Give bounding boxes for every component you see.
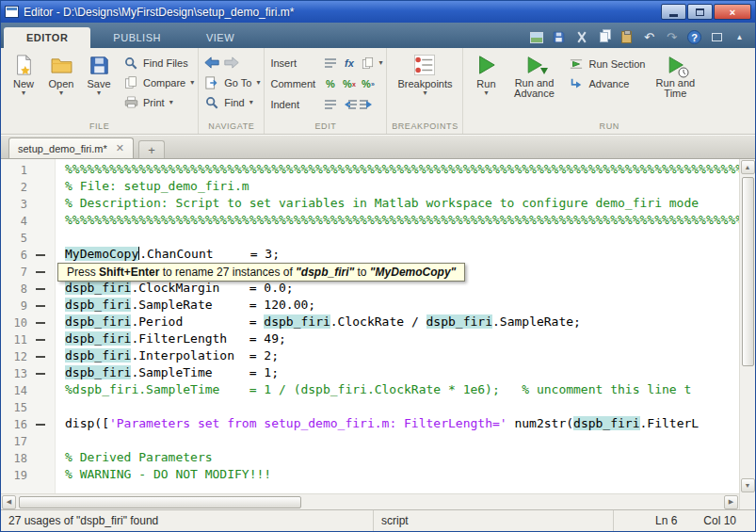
close-tab-icon[interactable]: ✕ [116, 142, 124, 154]
scroll-up-arrow[interactable]: ▲ [741, 160, 755, 174]
find-button[interactable]: Find ▾ [204, 92, 260, 112]
breakpoint-dash-marker[interactable] [36, 305, 45, 307]
indent-right-button[interactable] [360, 98, 376, 112]
save-button[interactable]: Save ▾ [80, 50, 118, 97]
breakpoints-button[interactable]: Breakpoints ▾ [394, 50, 456, 97]
print-button[interactable]: Print ▾ [123, 92, 194, 112]
collapse-toolstrip-icon[interactable]: ▲ [732, 30, 747, 44]
breakpoint-dash-marker[interactable] [36, 373, 45, 375]
code-line[interactable]: dspb_firi.Interpolation = 2; [65, 348, 739, 365]
insert-function-button[interactable]: fx [341, 56, 357, 71]
paste-icon[interactable] [619, 30, 634, 44]
help-icon[interactable]: ? [687, 30, 701, 44]
code-line[interactable]: %%%%%%%%%%%%%%%%%%%%%%%%%%%%%%%%%%%%%%%%… [65, 162, 739, 179]
undo-icon[interactable]: ↶ [642, 30, 656, 44]
code-line[interactable] [65, 230, 739, 247]
breakpoint-dash-marker[interactable] [36, 271, 45, 273]
code-line[interactable]: dspb_firi.SampleTime = 1; [65, 365, 739, 382]
smart-indent-button[interactable] [322, 98, 338, 112]
run-and-time-button[interactable]: Run and Time [649, 50, 701, 99]
code-line[interactable]: disp(['Parameters set from setup_demo_fi… [65, 416, 739, 433]
horizontal-scrollbar[interactable]: ◀ ▶ [1, 493, 739, 509]
document-tab[interactable]: setup_demo_firi.m* ✕ [8, 137, 134, 158]
code-line[interactable]: %dspb_firi.SampleTime = 1 / (dspb_firi.C… [65, 382, 739, 399]
code-line[interactable]: % Derived Parameters [65, 450, 739, 467]
publish-figure-icon[interactable] [529, 30, 543, 44]
breakpoint-dash-marker[interactable] [36, 288, 45, 290]
gutter-line[interactable]: 17 [1, 433, 55, 450]
gutter-line[interactable]: 10 [1, 314, 55, 331]
gutter-line[interactable]: 18 [1, 450, 55, 467]
code-line[interactable]: % File: setup_demo_firi.m [65, 179, 739, 196]
gutter-line[interactable]: 19 [1, 467, 55, 484]
breakpoint-dash-marker[interactable] [36, 424, 45, 426]
copy-icon[interactable] [597, 30, 611, 44]
gutter-line[interactable]: 4 [1, 213, 55, 230]
code-line[interactable]: % WARNING - DO NOT MODIFY!!! [65, 467, 739, 484]
scroll-left-arrow[interactable]: ◀ [2, 495, 16, 509]
gutter-line[interactable]: 9 [1, 298, 55, 314]
vertical-scroll-thumb[interactable] [742, 177, 754, 366]
run-section-button[interactable]: Run Section [569, 54, 645, 73]
dock-window-icon[interactable] [710, 30, 724, 44]
insert-section-button[interactable] [322, 56, 338, 71]
new-button[interactable]: New ▾ [5, 50, 42, 97]
insert-block-button[interactable] [360, 56, 376, 71]
gutter-line[interactable]: 15 [1, 399, 55, 416]
code-area[interactable]: %%%%%%%%%%%%%%%%%%%%%%%%%%%%%%%%%%%%%%%%… [56, 159, 739, 493]
breakpoint-dash-marker[interactable] [36, 339, 45, 341]
gutter[interactable]: 12345678910111213141516171819 [1, 159, 56, 493]
gutter-line[interactable]: 1 [1, 162, 55, 179]
scroll-down-arrow[interactable]: ▼ [741, 478, 755, 492]
run-and-advance-button[interactable]: Run and Advance [505, 50, 563, 99]
find-files-button[interactable]: Find Files [123, 53, 194, 73]
code-line[interactable] [65, 433, 739, 450]
minimize-button[interactable] [661, 4, 686, 20]
code-line[interactable]: dspb_firi.SampleRate = 120.00; [65, 298, 739, 314]
code-line[interactable]: % Description: Script to set variables i… [65, 196, 739, 213]
code-line[interactable]: MyDemoCopy.ChanCount = 3; [65, 247, 739, 264]
open-button[interactable]: Open ▾ [42, 50, 80, 97]
maximize-button[interactable] [687, 4, 713, 20]
gutter-line[interactable]: 11 [1, 331, 55, 348]
run-button[interactable]: Run ▾ [467, 50, 505, 97]
compare-button[interactable]: Compare ▾ [123, 73, 194, 92]
uncomment-button[interactable]: %x [341, 77, 357, 91]
close-button[interactable]: × [714, 4, 751, 20]
gutter-line[interactable]: 13 [1, 365, 55, 382]
back-arrow-icon[interactable] [204, 56, 219, 70]
titlebar[interactable]: Editor - D:\Designs\MyFirstDesign\setup_… [1, 1, 755, 23]
forward-arrow-icon[interactable] [224, 56, 239, 70]
code-line[interactable]: dspb_firi.FilterLength = 49; [65, 331, 739, 348]
save-icon[interactable] [552, 30, 566, 44]
tab-publish[interactable]: PUBLISH [90, 27, 184, 48]
gutter-line[interactable]: 2 [1, 179, 55, 196]
breakpoint-dash-marker[interactable] [36, 254, 45, 256]
tab-editor[interactable]: EDITOR [4, 27, 90, 48]
code-line[interactable]: dspb_firi.ClockMargin = 0.0; [65, 281, 739, 298]
redo-icon[interactable]: ↷ [665, 30, 679, 44]
indent-left-button[interactable] [341, 98, 357, 112]
scroll-right-arrow[interactable]: ▶ [724, 495, 738, 509]
code-line[interactable]: %%%%%%%%%%%%%%%%%%%%%%%%%%%%%%%%%%%%%%%%… [65, 213, 739, 230]
vertical-scrollbar[interactable]: ▲ ▼ [739, 159, 755, 509]
code-line[interactable]: dspb_firi.Period = dspb_firi.ClockRate /… [65, 314, 739, 331]
gutter-line[interactable]: 5 [1, 230, 55, 247]
gutter-line[interactable]: 12 [1, 348, 55, 365]
breakpoint-dash-marker[interactable] [36, 322, 45, 324]
tab-view[interactable]: VIEW [184, 27, 257, 48]
gutter-line[interactable]: 8 [1, 281, 55, 298]
gutter-line[interactable]: 6 [1, 247, 55, 264]
wrap-comments-button[interactable]: %» [360, 77, 376, 91]
new-tab-button[interactable]: + [138, 140, 165, 158]
horizontal-scroll-thumb[interactable] [19, 496, 301, 508]
breakpoint-dash-marker[interactable] [36, 356, 45, 358]
gutter-line[interactable]: 14 [1, 382, 55, 399]
go-to-button[interactable]: Go To ▾ [204, 73, 260, 92]
gutter-line[interactable]: 16 [1, 416, 55, 433]
code-line[interactable] [65, 399, 739, 416]
advance-button[interactable]: Advance [569, 73, 645, 93]
gutter-line[interactable]: 7 [1, 264, 55, 281]
cut-icon[interactable] [574, 30, 588, 44]
gutter-line[interactable]: 3 [1, 196, 55, 213]
